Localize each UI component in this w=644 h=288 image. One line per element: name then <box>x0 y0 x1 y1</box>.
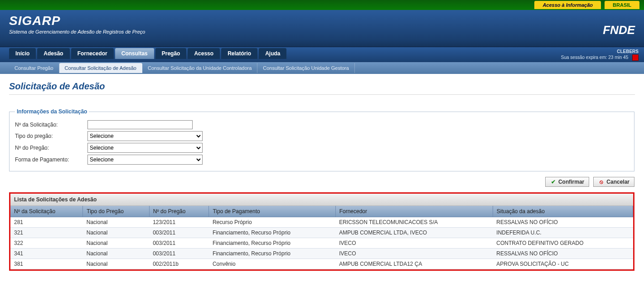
col-header[interactable]: Tipo do Pregão <box>83 206 149 217</box>
tab-relatório[interactable]: Relatório <box>221 48 257 59</box>
table-cell: RESSALVAS NO OFÍCIO <box>493 249 633 259</box>
table-cell: AMPUB COMERCIAL LTDA12 ÇA <box>335 259 493 269</box>
table-cell: Nacional <box>83 238 149 249</box>
col-header[interactable]: Nº do Pregão <box>149 206 209 217</box>
table-cell: 003/2011 <box>149 249 209 259</box>
table-row[interactable]: 322Nacional003/2011Financiamento, Recurs… <box>10 238 633 249</box>
table-cell: 003/2011 <box>149 228 209 238</box>
table-cell: Nacional <box>83 249 149 259</box>
menubar-wrap: InícioAdesãoFornecedorConsultasPregãoAce… <box>0 47 644 62</box>
col-header[interactable]: Tipo de Pagamento <box>209 206 335 217</box>
session-info: CLEBERS Sua sessão expira em: 23 min 45 <box>561 47 644 62</box>
table-cell: Recurso Próprio <box>209 217 335 228</box>
table-row[interactable]: 321Nacional003/2011Financiamento, Recurs… <box>10 228 633 238</box>
table-cell: Financiamento, Recurso Próprio <box>209 249 335 259</box>
table-cell: 322 <box>10 238 83 249</box>
tipo-pregao-label: Tipo do pregão: <box>15 133 87 139</box>
forma-pag-select[interactable]: Selecione <box>87 155 203 165</box>
form-info-solicitacao: Informações da Solicitação Nº da Solicit… <box>9 108 634 171</box>
tab-ajuda[interactable]: Ajuda <box>259 48 286 59</box>
table-cell: 003/2011 <box>149 238 209 249</box>
col-header[interactable]: Fornecedor <box>335 206 493 217</box>
forma-pag-label: Forma de Pagamento: <box>15 156 87 163</box>
table-header-row: Nº da SolicitaçãoTipo do PregãoNº do Pre… <box>10 206 633 217</box>
table-cell: 002/2011b <box>149 259 209 269</box>
table-row[interactable]: 341Nacional003/2011Financiamento, Recurs… <box>10 249 633 259</box>
page-title: Solicitação de Adesão <box>9 81 635 95</box>
table-cell: 341 <box>10 249 83 259</box>
table-cell: IVECO <box>335 249 493 259</box>
session-expiry: Sua sessão expira em: 23 min 45 <box>561 55 628 60</box>
table-cell: Convênio <box>209 259 335 269</box>
list-title: Lista de Solicitações de Adesão <box>10 194 633 206</box>
subtab[interactable]: Consultar Solicitação Unidade Gestora <box>257 63 355 73</box>
table-cell: APROVA SOLICITAÇÃO - UC <box>493 259 633 269</box>
brasil-link[interactable]: BRASIL <box>605 1 639 9</box>
action-buttons: Confirmar Cancelar <box>9 171 634 190</box>
page-content: Solicitação de Adesão Informações da Sol… <box>0 74 644 275</box>
tab-pregão[interactable]: Pregão <box>155 48 187 59</box>
subtab[interactable]: Consultar Solicitação de Adesão <box>59 63 142 73</box>
form-legend: Informações da Solicitação <box>15 108 89 115</box>
session-user: CLEBERS <box>561 49 639 54</box>
sub-menu: Consultar PregãoConsultar Solicitação de… <box>0 62 644 74</box>
table-row[interactable]: 381Nacional002/2011bConvênioAMPUB COMERC… <box>10 259 633 269</box>
table-cell: Nacional <box>83 259 149 269</box>
table-cell: 381 <box>10 259 83 269</box>
tab-início[interactable]: Início <box>9 48 36 59</box>
table-cell: CONTRATO DEFINITIVO GERADO <box>493 238 633 249</box>
tab-fornecedor[interactable]: Fornecedor <box>71 48 114 59</box>
tipo-pregao-select[interactable]: Selecione <box>87 131 203 141</box>
table-row[interactable]: 281Nacional123/2011Recurso PróprioERICSS… <box>10 217 633 228</box>
app-logo-block: SIGARP Sistema de Gerenciamento de Adesã… <box>9 14 145 34</box>
confirm-button[interactable]: Confirmar <box>545 177 589 187</box>
gov-topbar: Acesso à Informação BRASIL <box>0 0 644 10</box>
cancel-icon <box>598 179 605 185</box>
cancel-button[interactable]: Cancelar <box>593 177 634 187</box>
subtab[interactable]: Consultar Pregão <box>9 63 59 73</box>
col-header[interactable]: Situação da adesão <box>493 206 633 217</box>
table-cell: Financiamento, Recurso Próprio <box>209 238 335 249</box>
tab-adesão[interactable]: Adesão <box>37 48 69 59</box>
table-cell: 123/2011 <box>149 217 209 228</box>
table-cell: Nacional <box>83 228 149 238</box>
list-solicitacoes: Lista de Solicitações de Adesão Nº da So… <box>9 192 634 271</box>
table-cell: RESSALVAS NO OFÍCIO <box>493 217 633 228</box>
main-menu: InícioAdesãoFornecedorConsultasPregãoAce… <box>0 47 288 59</box>
num-pregao-select[interactable]: Selecione <box>87 143 203 153</box>
access-info-link[interactable]: Acesso à Informação <box>534 1 601 9</box>
table-cell: 321 <box>10 228 83 238</box>
num-solic-label: Nº da Solicitação: <box>15 122 87 128</box>
table-cell: AMPUB COMERCIAL LTDA, IVECO <box>335 228 493 238</box>
table-cell: 281 <box>10 217 83 228</box>
app-title: SIGARP <box>9 14 145 28</box>
table-cell: ERICSSON TELECOMUNICACOES S/A <box>335 217 493 228</box>
data-table: Nº da SolicitaçãoTipo do PregãoNº do Pre… <box>10 206 633 269</box>
fnde-logo: FNDE <box>603 23 635 37</box>
table-cell: IVECO <box>335 238 493 249</box>
check-icon <box>550 179 557 185</box>
tab-acesso[interactable]: Acesso <box>188 48 220 59</box>
logout-icon[interactable] <box>632 54 639 61</box>
table-body: 281Nacional123/2011Recurso PróprioERICSS… <box>10 217 633 269</box>
col-header[interactable]: Nº da Solicitação <box>10 206 83 217</box>
num-pregao-label: Nº do Pregão: <box>15 145 87 151</box>
table-cell: Financiamento, Recurso Próprio <box>209 228 335 238</box>
tab-consultas[interactable]: Consultas <box>115 48 154 59</box>
table-cell: Nacional <box>83 217 149 228</box>
app-subtitle: Sistema de Gerenciamento de Adesão de Re… <box>9 29 145 34</box>
subtab[interactable]: Consultar Solicitação da Unidade Control… <box>142 63 257 73</box>
app-header: SIGARP Sistema de Gerenciamento de Adesã… <box>0 10 644 47</box>
table-cell: INDEFERIDA U.C. <box>493 228 633 238</box>
num-solic-input[interactable] <box>87 120 193 129</box>
